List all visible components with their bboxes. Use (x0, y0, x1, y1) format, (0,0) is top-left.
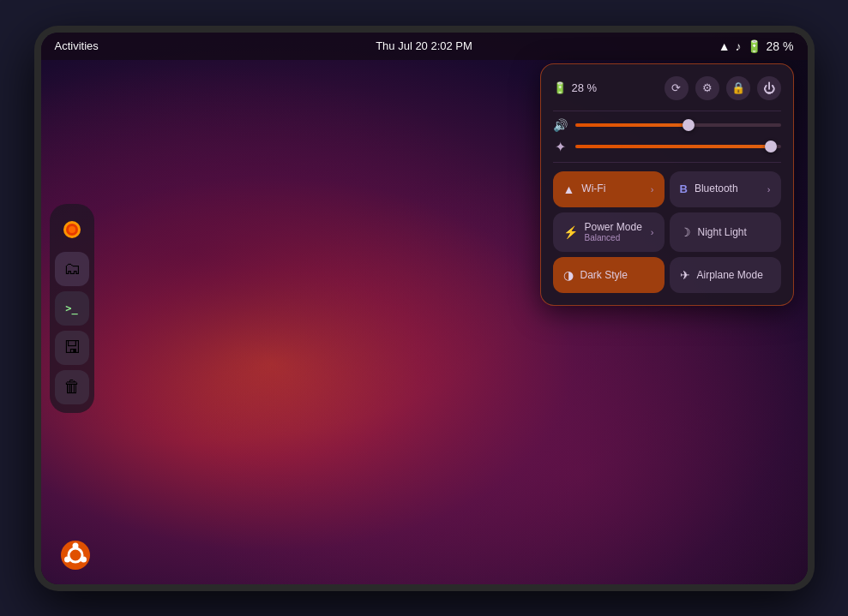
panel-divider-1 (553, 111, 781, 111)
svg-point-5 (72, 542, 78, 548)
volume-slider-row: 🔊 (553, 118, 781, 132)
brightness-fill (575, 145, 771, 148)
panel-grid: ▲ Wi-Fi › B Bluetooth › ⚡ (553, 171, 781, 293)
files-icon: 🗂 (63, 259, 81, 278)
lock-button[interactable]: 🔒 (726, 76, 750, 100)
screen-rotate-icon: ⟳ (671, 81, 681, 94)
svg-point-2 (69, 226, 75, 233)
quick-settings-panel: 🔋 28 % ⟳ ⚙ 🔒 ⏻ (540, 63, 794, 306)
wifi-button[interactable]: ▲ Wi-Fi › (553, 171, 665, 207)
wifi-label: Wi-Fi (581, 182, 643, 194)
volume-slider[interactable] (575, 123, 781, 127)
volume-fill (575, 123, 689, 127)
dark-style-button[interactable]: ◑ Dark Style (553, 257, 665, 293)
wifi-icon: ▲ (563, 182, 575, 196)
topbar-right: ▲ ♪ 🔋 28 % (719, 39, 794, 53)
brightness-slider[interactable] (575, 145, 781, 148)
dock-item-terminal[interactable]: >_ (55, 291, 89, 326)
svg-point-6 (81, 556, 87, 562)
dark-style-label: Dark Style (580, 269, 654, 281)
wifi-arrow-icon: › (651, 184, 654, 194)
brightness-icon: ✦ (553, 139, 568, 155)
activities-button[interactable]: Activities (55, 39, 99, 52)
device-frame: Activities Thu Jul 20 2:02 PM ▲ ♪ 🔋 28 %… (34, 26, 815, 591)
trash-icon: 🗑 (63, 377, 81, 397)
dock-item-firefox[interactable] (55, 212, 89, 247)
panel-header-icons: ⟳ ⚙ 🔒 ⏻ (665, 76, 781, 100)
panel-header: 🔋 28 % ⟳ ⚙ 🔒 ⏻ (553, 76, 781, 100)
battery-status-icon: 🔋 (747, 39, 761, 53)
terminal-icon: >_ (65, 302, 77, 314)
clock: Thu Jul 20 2:02 PM (376, 39, 472, 52)
dark-style-icon: ◑ (563, 268, 574, 282)
dock-item-usb[interactable]: 🖫 (55, 331, 89, 365)
airplane-mode-button[interactable]: ✈ Airplane Mode (670, 257, 781, 293)
airplane-mode-label: Airplane Mode (697, 269, 771, 281)
screen: Activities Thu Jul 20 2:02 PM ▲ ♪ 🔋 28 %… (41, 33, 808, 584)
night-light-button[interactable]: ☽ Night Light (670, 212, 781, 252)
usb-icon: 🖫 (63, 338, 81, 357)
night-light-label: Night Light (698, 226, 771, 238)
lock-icon: 🔒 (731, 81, 745, 94)
volume-thumb[interactable] (683, 119, 695, 131)
brightness-thumb[interactable] (765, 141, 777, 153)
power-mode-label: Power Mode Balanced (585, 221, 644, 243)
airplane-mode-icon: ✈ (680, 268, 690, 282)
battery-percent-label: 28 % (767, 39, 794, 53)
brightness-slider-row: ✦ (553, 139, 781, 155)
power-mode-icon: ⚡ (563, 225, 578, 239)
power-mode-arrow-icon: › (651, 227, 654, 237)
ubuntu-logo[interactable] (60, 540, 91, 571)
night-light-icon: ☽ (680, 225, 691, 239)
settings-button[interactable]: ⚙ (695, 76, 719, 100)
volume-icon: 🔊 (553, 118, 568, 132)
panel-battery: 🔋 28 % (553, 81, 598, 94)
dock-item-files[interactable]: 🗂 (55, 252, 89, 286)
panel-divider-2 (553, 162, 781, 163)
power-icon: ⏻ (763, 81, 775, 95)
panel-battery-label: 28 % (572, 81, 598, 94)
power-mode-button[interactable]: ⚡ Power Mode Balanced › (553, 212, 665, 252)
dock: 🗂 >_ 🖫 🗑 (50, 204, 94, 413)
wifi-status-icon: ▲ (719, 39, 731, 53)
topbar: Activities Thu Jul 20 2:02 PM ▲ ♪ 🔋 28 % (41, 33, 808, 60)
power-button[interactable]: ⏻ (757, 76, 781, 100)
bluetooth-arrow-icon: › (767, 184, 771, 194)
dock-item-trash[interactable]: 🗑 (55, 370, 89, 404)
volume-status-icon: ♪ (736, 39, 742, 53)
settings-icon: ⚙ (702, 81, 713, 94)
svg-point-7 (64, 556, 70, 562)
screen-rotate-button[interactable]: ⟳ (665, 76, 689, 100)
bluetooth-icon: B (680, 182, 688, 195)
bluetooth-label: Bluetooth (695, 182, 761, 194)
bluetooth-button[interactable]: B Bluetooth › (670, 171, 781, 207)
panel-battery-icon: 🔋 (553, 81, 567, 94)
